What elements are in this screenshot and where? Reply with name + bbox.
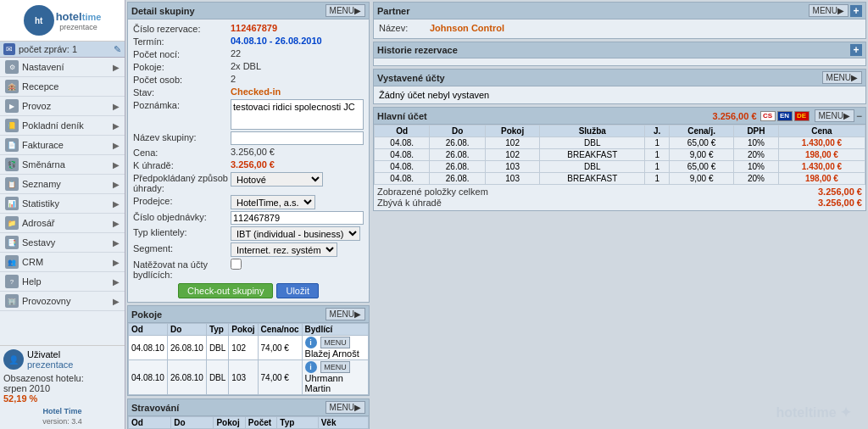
detail-skupiny-menu-btn[interactable]: MENU▶ <box>326 4 365 17</box>
menu-small-row1[interactable]: MENU <box>320 337 350 348</box>
vystavene-ucty-title: Vystavené účty <box>377 73 821 83</box>
sidebar-item-provozovny[interactable]: 🏢 Provozovny ▶ <box>0 292 125 311</box>
ucet-row4-od: 04.08. <box>375 173 430 185</box>
stravovani-title: Stravování <box>131 403 324 413</box>
nazev-skupiny-input[interactable] <box>231 131 364 145</box>
natezovat-checkbox[interactable] <box>231 259 242 270</box>
bydlici-name-row2: Uhrmann Martin <box>305 373 343 393</box>
pokoje-col-pokoj: Pokoj <box>229 324 258 336</box>
sidebar-item-statistiky[interactable]: 📊 Statistiky ▶ <box>0 194 125 214</box>
partner-menu-btn[interactable]: MENU▶ <box>809 4 849 17</box>
cislo-rezervace-row: Číslo rezervace: 112467879 <box>133 23 364 34</box>
sidebar-item-smenarna[interactable]: 💱 Směnárna ▶ <box>0 155 125 175</box>
ucet-row1-cena[interactable]: 1.430,00 € <box>778 137 865 149</box>
adrosar-arrow: ▶ <box>113 219 120 228</box>
sidebar-item-seznamy[interactable]: 📋 Seznamy ▶ <box>0 175 125 194</box>
sidebar-item-nastaveni[interactable]: ⚙ Nastavení ▶ <box>0 58 125 77</box>
partner-plus-btn[interactable]: + <box>850 5 862 17</box>
messages-bar[interactable]: ✉ počet zpráv: 1 ✎ <box>0 42 125 58</box>
ucet-row4-cena-j: 9,00 € <box>670 173 734 185</box>
stravovani-menu-btn[interactable]: MENU▶ <box>326 401 365 414</box>
fakturace-arrow: ▶ <box>113 141 120 150</box>
hlavni-ucet-amount: 3.256,00 € <box>713 111 757 121</box>
sidebar-item-crm[interactable]: 👥 CRM ▶ <box>0 253 125 272</box>
checkout-button[interactable]: Check-out skupiny <box>178 283 274 298</box>
partner-nazev-row: Název: Johnson Control <box>379 23 860 33</box>
zobrazene-label: Zobrazené položky celkem <box>377 187 488 197</box>
sidebar-item-fakturace[interactable]: 📄 Fakturace ▶ <box>0 136 125 155</box>
vystavene-ucty-menu-btn[interactable]: MENU▶ <box>822 71 862 84</box>
pokoje-table: Od Do Typ Pokoj Cena/noc Bydlící 04.08.1… <box>128 323 369 395</box>
ulozit-button[interactable]: Uložit <box>276 283 319 298</box>
sidebar-item-sestavy[interactable]: 📑 Sestavy ▶ <box>0 233 125 253</box>
pokoje-row1-cena: 74,00 € <box>258 336 302 360</box>
predpokladany-row: Předpokládaný způsob úhrady: Hotové Kart… <box>133 172 364 193</box>
historie-plus-btn[interactable]: + <box>850 44 862 56</box>
zobrazene-row: Zobrazené položky celkem 3.256,00 € <box>377 187 862 197</box>
sidebar-item-provoz[interactable]: ▶ Provoz ▶ <box>0 97 125 116</box>
message-edit-icon[interactable]: ✎ <box>114 44 121 55</box>
sestavy-icon: 📑 <box>5 236 19 249</box>
pocet-osob-label: Počet osob: <box>133 74 231 85</box>
termin-value: 04.08.10 - 26.08.2010 <box>231 36 322 46</box>
help-icon: ? <box>5 275 19 288</box>
ucet-col-dph: DPH <box>734 125 779 137</box>
predpokladany-select[interactable]: Hotové Karta Bankovní převod <box>231 172 323 187</box>
sidebar-footer: 👤 Uživatel prezentace Obsazenost hotelu:… <box>0 345 125 429</box>
logo-sub: prezentace <box>56 23 102 31</box>
typ-klientely-select[interactable]: IBT (individual - business) <box>231 226 360 241</box>
ucet-row-1: 04.08. 26.08. 102 DBL 1 65,00 € 10% 1.43… <box>375 137 865 149</box>
ucet-collapse-btn[interactable]: − <box>856 110 862 122</box>
statistiky-label: Statistiky <box>22 198 59 209</box>
ucet-row1-od: 04.08. <box>375 137 430 149</box>
ucet-row1-do: 26.08. <box>430 137 485 149</box>
poznamka-input[interactable]: testovaci ridici spolecnosti JC <box>231 99 364 130</box>
vystavene-ucty-empty: Žádný účet nebyl vystaven <box>379 90 489 100</box>
pocet-osob-value: 2 <box>231 74 236 84</box>
sidebar-item-recepce[interactable]: 🏨 Recepce <box>0 77 125 97</box>
prodejce-select[interactable]: HotelTime, a.s. <box>231 195 315 209</box>
ucet-row2-cena-j: 9,00 € <box>670 149 734 161</box>
version-label: version: 3.4 <box>42 417 82 426</box>
help-label: Help <box>22 276 42 287</box>
user-sub: prezentace <box>27 359 73 370</box>
stravovani-content: Od Do Pokoj Počet Typ Věk 04.08.10 26.08… <box>128 416 369 429</box>
k-uhrade-row: K úhradě: 3.256,00 € <box>133 159 364 170</box>
partner-nazev-label: Název: <box>379 23 430 33</box>
menu-small-row2[interactable]: MENU <box>320 361 350 373</box>
pokoje-row2-cena: 74,00 € <box>258 360 302 395</box>
k-uhrade-label: K úhradě: <box>133 159 231 170</box>
sidebar-item-help[interactable]: ? Help ▶ <box>0 272 125 292</box>
info-icon-row1[interactable]: i <box>305 337 317 348</box>
ucet-row3-cena[interactable]: 1.430,00 € <box>778 161 865 173</box>
footer-logo: Hotel Time <box>43 407 82 415</box>
pokoje-col-do: Do <box>167 324 206 336</box>
info-icon-row2[interactable]: i <box>305 361 317 373</box>
strav-col-pokoj: Pokoj <box>214 417 245 429</box>
detail-skupiny-content: Číslo rezervace: 112467879 Termín: 04.08… <box>128 20 369 302</box>
predpokladany-label: Předpokládaný způsob úhrady: <box>133 172 231 193</box>
historie-header: Historie rezervace + <box>374 42 865 58</box>
hlavni-ucet-box: Hlavní účet 3.256,00 € CS EN DE MENU▶ − … <box>373 107 866 211</box>
pocet-noci-label: Počet nocí: <box>133 48 231 59</box>
recepce-label: Recepce <box>22 81 58 92</box>
occupancy-pct: 52,19 % <box>3 393 37 404</box>
pocet-noci-value: 22 <box>231 48 241 58</box>
ucet-row3-dph: 10% <box>734 161 779 173</box>
vystavene-ucty-header: Vystavené účty MENU▶ <box>374 70 865 86</box>
typ-klientely-row: Typ klientely: IBT (individual - busines… <box>133 226 364 241</box>
hlavni-ucet-menu-btn[interactable]: MENU▶ <box>815 109 854 122</box>
prodejce-label: Prodejce: <box>133 195 231 206</box>
ucet-row1-dph: 10% <box>734 137 779 149</box>
ucet-row2-cena[interactable]: 198,00 € <box>778 149 865 161</box>
nastaveni-icon: ⚙ <box>5 60 19 74</box>
bydlici-name-row1: Blažej Arnošt <box>305 348 359 359</box>
ucet-row4-cena[interactable]: 198,00 € <box>778 173 865 185</box>
sidebar-item-pokladni-denik[interactable]: 📒 Pokladní deník ▶ <box>0 116 125 136</box>
fakturace-icon: 📄 <box>5 138 19 152</box>
nav-menu: ⚙ Nastavení ▶ 🏨 Recepce ▶ Provoz ▶ 📒 Pok… <box>0 58 125 311</box>
cislo-objednavky-input[interactable] <box>231 211 364 225</box>
pokoje-menu-btn[interactable]: MENU▶ <box>326 308 365 320</box>
segment-select[interactable]: Internet. rez. systém <box>231 242 337 257</box>
sidebar-item-adrosar[interactable]: 📁 Adrosář ▶ <box>0 214 125 233</box>
